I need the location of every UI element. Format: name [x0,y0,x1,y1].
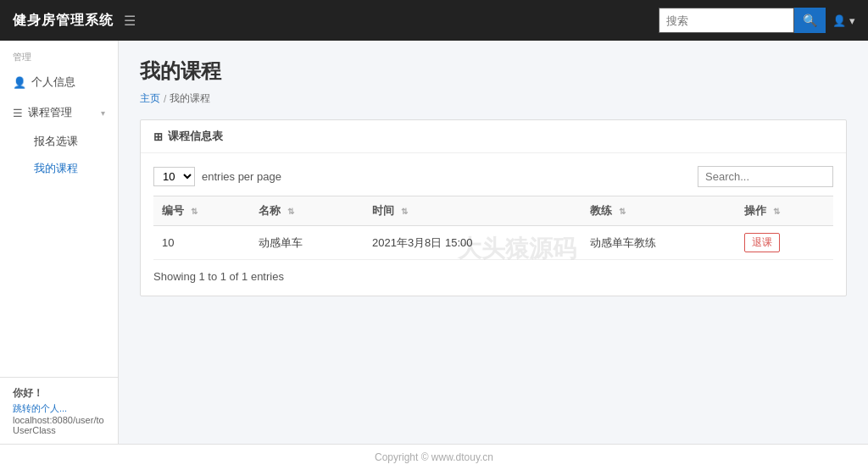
sidebar-item-my-course-label: 我的课程 [34,161,78,176]
sidebar-item-course-mgmt[interactable]: ☰ 课程管理 ▾ [0,97,118,128]
sidebar-account-link[interactable]: 跳转的个人... [13,402,105,415]
breadcrumb-separator: / [164,93,166,105]
navbar-right: 🔍 👤 ▾ [659,8,855,33]
col-action-label: 操作 [744,204,766,217]
sidebar-section-label: 管理 [0,41,118,67]
sidebar-item-personal-info-label: 个人信息 [31,75,75,90]
table-search-input[interactable] [698,166,833,187]
table-row: 10 动感单车 2021年3月8日 15:00 动感单车教练 退课 [153,226,833,260]
entries-per-page: 10 25 50 entries per page [153,167,281,186]
chevron-down-icon: ▾ [101,108,105,118]
table-info: Showing 1 to 1 of 1 entries [153,270,833,283]
sort-icon-time[interactable]: ⇅ [401,207,408,216]
search-box: 🔍 [659,8,826,33]
search-button[interactable]: 🔍 [794,8,826,33]
hamburger-icon[interactable]: ☰ [124,13,136,29]
cell-name: 动感单车 [250,226,364,260]
breadcrumb: 主页 / 我的课程 [140,91,847,106]
sidebar-item-personal-info[interactable]: 👤 个人信息 [0,67,118,97]
sidebar-item-enroll-course-label: 报名选课 [34,134,78,149]
cell-coach: 动感单车教练 [581,226,736,260]
breadcrumb-home[interactable]: 主页 [140,91,160,106]
col-id-label: 编号 [162,204,184,217]
sort-icon-action[interactable]: ⇅ [773,207,780,216]
user-menu-button[interactable]: 👤 ▾ [832,14,855,27]
main-wrapper: 管理 👤 个人信息 ☰ 课程管理 ▾ 报名选课 我的课程 你好！ 跳转的个人..… [0,41,868,444]
cancel-button[interactable]: 退课 [744,233,780,252]
user-icon: 👤 [13,76,26,89]
cell-action: 退课 [736,226,833,260]
col-time: 时间 ⇅ [364,196,581,226]
col-name: 名称 ⇅ [250,196,364,226]
sidebar-greeting: 你好！ [13,386,105,401]
col-name-label: 名称 [259,204,281,217]
entries-select[interactable]: 10 25 50 [153,167,195,186]
entries-label: entries per page [202,170,281,183]
sort-icon-id[interactable]: ⇅ [191,207,198,216]
user-dropdown-icon: ▾ [849,14,855,27]
sort-icon-name[interactable]: ⇅ [287,207,294,216]
navbar: 健身房管理系统 ☰ 🔍 👤 ▾ [0,0,868,41]
user-icon: 👤 [832,14,846,27]
card-header-icon: ⊞ [153,130,163,143]
col-coach: 教练 ⇅ [581,196,736,226]
page-title: 我的课程 [140,58,847,85]
sidebar-submenu: 报名选课 我的课程 [0,128,118,182]
sidebar-bottom: 你好！ 跳转的个人... localhost:8080/user/toUserC… [0,377,118,444]
col-coach-label: 教练 [590,204,612,217]
sort-icon-coach[interactable]: ⇅ [619,207,626,216]
sidebar-url: localhost:8080/user/toUserClass [13,415,105,435]
content-area: 大头猿源码 我的课程 主页 / 我的课程 ⊞ 课程信息表 10 25 50 [119,41,868,444]
course-card: ⊞ 课程信息表 10 25 50 entries per page [140,119,847,296]
card-header-title: 课程信息表 [168,129,223,144]
col-id: 编号 ⇅ [153,196,250,226]
card-header: ⊞ 课程信息表 [141,120,846,153]
sidebar-item-my-course[interactable]: 我的课程 [25,155,118,182]
sidebar: 管理 👤 个人信息 ☰ 课程管理 ▾ 报名选课 我的课程 你好！ 跳转的个人..… [0,41,119,444]
app-brand: 健身房管理系统 [13,12,114,30]
col-action: 操作 ⇅ [736,196,833,226]
cell-id: 10 [153,226,250,260]
table-header: 编号 ⇅ 名称 ⇅ 时间 ⇅ [153,196,833,226]
list-icon: ☰ [13,107,23,119]
table-body: 10 动感单车 2021年3月8日 15:00 动感单车教练 退课 [153,226,833,260]
card-body: 10 25 50 entries per page [141,153,846,296]
col-time-label: 时间 [372,204,394,217]
footer: Copyright © www.dtouy.cn [0,444,868,470]
course-table: 编号 ⇅ 名称 ⇅ 时间 ⇅ [153,196,833,260]
sidebar-item-enroll-course[interactable]: 报名选课 [25,128,118,155]
breadcrumb-current: 我的课程 [170,91,210,106]
cell-time: 2021年3月8日 15:00 [364,226,581,260]
sidebar-item-course-mgmt-label: 课程管理 [28,105,72,120]
footer-text: Copyright © www.dtouy.cn [375,451,493,463]
table-controls: 10 25 50 entries per page [153,166,833,187]
search-input[interactable] [659,8,794,33]
table-search [698,166,833,187]
